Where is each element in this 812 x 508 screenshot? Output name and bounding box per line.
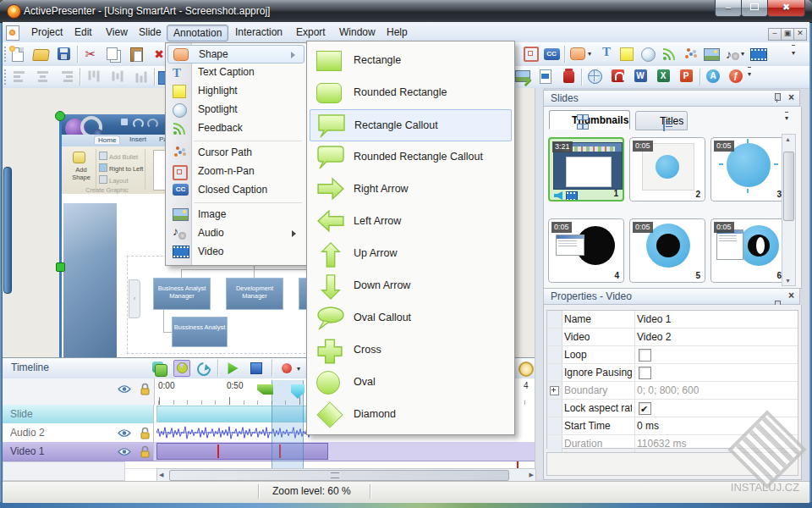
audio-button[interactable]: ♪ bbox=[723, 45, 742, 64]
lock-icon[interactable] bbox=[140, 383, 151, 395]
mdi-close-button[interactable]: ✕ bbox=[793, 28, 807, 41]
property-row-duration[interactable]: Duration110632 ms bbox=[547, 435, 798, 452]
slides-panel-header[interactable]: Slides bbox=[543, 90, 800, 107]
edit-video-button[interactable] bbox=[536, 67, 555, 86]
close-button[interactable]: ✖ bbox=[767, 0, 805, 17]
copy-button[interactable] bbox=[104, 45, 123, 64]
submenu-item-oval[interactable]: Oval bbox=[310, 367, 512, 399]
slides-panel-menu[interactable]: ▾ bbox=[785, 112, 788, 124]
selection-handle-midleft[interactable] bbox=[56, 262, 65, 272]
slides-scrollbar[interactable]: ▲ ▼ bbox=[782, 134, 796, 286]
property-row-loop[interactable]: Loop bbox=[547, 346, 798, 364]
menu-interaction[interactable]: Interaction bbox=[229, 25, 288, 40]
menu-export[interactable]: Export bbox=[290, 25, 332, 40]
export-powerpoint-button[interactable]: P bbox=[677, 67, 695, 86]
property-value[interactable]: 0 ms bbox=[637, 417, 659, 434]
menu-view[interactable]: View bbox=[100, 25, 134, 40]
align-bottom-button[interactable] bbox=[132, 68, 151, 86]
flash-export-button[interactable]: ƒ bbox=[727, 67, 745, 86]
snap-button[interactable] bbox=[151, 360, 168, 377]
scroll-thumb[interactable] bbox=[169, 470, 509, 481]
export-html-button[interactable] bbox=[585, 67, 604, 86]
video-button[interactable] bbox=[749, 45, 768, 64]
submenu-item-rectangle[interactable]: Rectangle bbox=[310, 45, 512, 77]
align-top-button[interactable] bbox=[85, 68, 103, 86]
edit-image-button[interactable] bbox=[513, 67, 532, 86]
menu-item-spotlight[interactable]: Spotlight bbox=[167, 101, 304, 119]
scroll-right-arrow[interactable]: ▶ bbox=[529, 472, 534, 478]
selection-handle-topleft[interactable] bbox=[55, 111, 65, 121]
menu-item-shape[interactable]: Shape bbox=[167, 45, 304, 64]
menu-item-video[interactable]: Video bbox=[167, 243, 304, 262]
tab-thumbnails[interactable]: Thumbnails bbox=[549, 110, 630, 130]
menu-item-text-caption[interactable]: T Text Caption bbox=[167, 64, 304, 82]
submenu-item-up-arrow[interactable]: Up Arrow bbox=[310, 238, 512, 270]
track-audio2-namecell[interactable]: Audio 2 bbox=[3, 423, 154, 442]
close-panel-icon[interactable]: × bbox=[788, 93, 794, 102]
scroll-up-arrow[interactable]: ▲ bbox=[782, 136, 793, 142]
scroll-down-arrow[interactable]: ▼ bbox=[782, 278, 793, 284]
property-value[interactable]: Video 1 bbox=[637, 311, 671, 328]
submenu-item-down-arrow[interactable]: Down Arrow bbox=[310, 270, 512, 302]
feedback-button[interactable] bbox=[660, 45, 678, 64]
unlock-icon[interactable] bbox=[140, 445, 151, 458]
eye-icon[interactable] bbox=[118, 384, 131, 394]
save-button[interactable] bbox=[54, 45, 73, 64]
submenu-item-rounded-rectangle[interactable]: Rounded Rectangle bbox=[310, 77, 512, 109]
cut-button[interactable]: ✂ bbox=[81, 45, 100, 64]
slide-thumbnail-2[interactable]: 0:05 2 bbox=[629, 137, 705, 202]
slide-thumbnail-6[interactable]: 0:05 6 bbox=[710, 218, 787, 283]
loop-checkbox[interactable] bbox=[639, 349, 651, 362]
scroll-thumb[interactable] bbox=[783, 152, 794, 221]
record-dropdown[interactable]: ▾ bbox=[297, 360, 300, 378]
align-right-button[interactable] bbox=[58, 68, 76, 86]
play-button[interactable] bbox=[224, 360, 241, 377]
shape-dropdown[interactable]: ▾ bbox=[588, 45, 591, 64]
align-center-button[interactable] bbox=[34, 68, 52, 86]
track-slide-namecell[interactable]: Slide bbox=[3, 405, 154, 423]
menu-item-audio[interactable]: ♪ Audio bbox=[167, 224, 304, 243]
menu-item-feedback[interactable]: Feedback bbox=[167, 119, 304, 138]
property-row-boundary[interactable]: Boundary0; 0; 800; 600 bbox=[547, 382, 798, 400]
shape-button[interactable] bbox=[568, 45, 587, 64]
export-excel-button[interactable]: X bbox=[654, 67, 672, 86]
text-caption-button[interactable]: T bbox=[597, 45, 616, 64]
mdi-restore-button[interactable]: ▣ bbox=[781, 28, 794, 41]
properties-panel-header[interactable]: Properties - Video bbox=[543, 288, 800, 305]
open-button[interactable] bbox=[31, 45, 50, 64]
menu-item-highlight[interactable]: Highlight bbox=[167, 82, 304, 101]
image-button[interactable] bbox=[702, 45, 721, 64]
lock-aspect-checkbox[interactable] bbox=[639, 402, 651, 415]
toolbar-grip[interactable] bbox=[4, 69, 8, 85]
closed-caption-button[interactable]: CC bbox=[542, 45, 561, 64]
submenu-item-left-arrow[interactable]: Left Arrow bbox=[310, 206, 512, 238]
export-button[interactable] bbox=[559, 67, 578, 86]
align-left-button[interactable] bbox=[10, 68, 29, 86]
ignore-pausing-checkbox[interactable] bbox=[639, 367, 651, 379]
submenu-item-cross[interactable]: Cross bbox=[310, 334, 512, 367]
audio-dropdown[interactable]: ▾ bbox=[741, 45, 744, 64]
menu-annotation[interactable]: Annotation bbox=[167, 25, 228, 41]
menu-edit[interactable]: Edit bbox=[69, 25, 98, 40]
pin-icon[interactable] bbox=[773, 93, 781, 102]
export-pdf-button[interactable] bbox=[608, 67, 627, 86]
spotlight-button[interactable] bbox=[639, 45, 657, 64]
edit-mode-button[interactable] bbox=[173, 360, 190, 377]
property-row-video[interactable]: VideoVideo 2 bbox=[547, 329, 798, 346]
minimize-button[interactable]: – bbox=[715, 0, 742, 17]
new-project-button[interactable] bbox=[8, 45, 27, 64]
eye-icon[interactable] bbox=[118, 447, 131, 456]
highlight-button[interactable] bbox=[617, 45, 636, 64]
stop-button[interactable] bbox=[248, 360, 265, 377]
property-row-start-time[interactable]: Start Time0 ms bbox=[547, 417, 798, 435]
record-button[interactable] bbox=[278, 360, 295, 377]
slide-thumbnail-4[interactable]: 0:05 4 bbox=[548, 218, 624, 283]
title-bar[interactable]: ActivePresenter - [Using SmartArt - Scre… bbox=[0, 0, 812, 23]
mdi-minimize-button[interactable]: – bbox=[768, 28, 782, 41]
track-video1-namecell[interactable]: Video 1 bbox=[3, 442, 154, 461]
menu-window[interactable]: Window bbox=[333, 25, 381, 40]
property-row-ignore-pausing[interactable]: Ignore Pausing bbox=[547, 364, 798, 382]
export-word-button[interactable]: W bbox=[631, 67, 650, 86]
menu-item-zoom-n-pan[interactable]: Zoom-n-Pan bbox=[167, 163, 304, 181]
paste-button[interactable] bbox=[127, 45, 145, 64]
